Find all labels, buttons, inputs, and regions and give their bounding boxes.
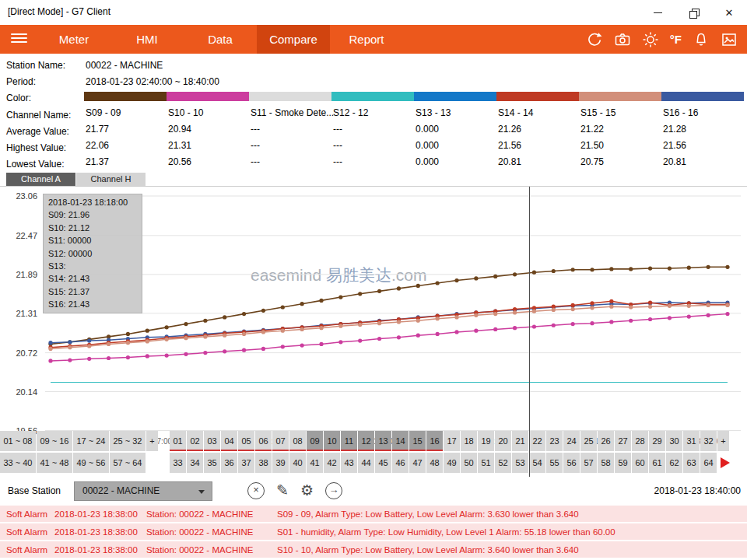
channel-number-button[interactable]: 10 <box>324 431 340 451</box>
channel-number-button[interactable]: 46 <box>392 453 409 473</box>
channel-number-button[interactable]: 54 <box>529 453 545 473</box>
channel-number-button[interactable]: 39 <box>272 453 289 473</box>
fahrenheit-icon[interactable]: °F <box>670 33 682 46</box>
edit-icon[interactable]: ✎ <box>276 482 289 499</box>
channel-number-button[interactable]: 32 <box>700 431 717 451</box>
channel-number-button[interactable]: 06 <box>255 431 272 451</box>
channel-number-button[interactable]: 35 <box>204 453 220 473</box>
base-station-dropdown[interactable]: 00022 - MACHINE <box>74 481 212 501</box>
channel-number-button[interactable]: 64 <box>700 453 717 473</box>
channel-number-button[interactable]: 20 <box>495 431 511 451</box>
settings-icon[interactable]: ⚙ <box>300 482 314 499</box>
channel-number-button[interactable]: 07 <box>272 431 289 451</box>
channel-number-button[interactable]: 53 <box>512 453 528 473</box>
channel-number-button[interactable]: 19 <box>478 431 494 451</box>
tab-channel-a[interactable]: Channel A <box>6 173 75 186</box>
add-button[interactable]: + <box>146 431 158 451</box>
menu-icon[interactable] <box>0 25 37 54</box>
alarm-row[interactable]: Soft Alarm2018-01-23 18:38:00Station: 00… <box>0 523 747 540</box>
nav-tab-report[interactable]: Report <box>330 25 403 54</box>
nav-tab-meter[interactable]: Meter <box>37 25 110 54</box>
channel-number-button[interactable]: 13 <box>375 431 391 451</box>
channel-number-button[interactable]: 58 <box>598 453 614 473</box>
channel-number-button[interactable]: 22 <box>529 431 545 451</box>
channel-number-button[interactable]: 37 <box>238 453 254 473</box>
channel-number-button[interactable]: 31 <box>683 431 700 451</box>
channel-number-button[interactable]: 30 <box>666 431 682 451</box>
sync-icon[interactable] <box>586 31 603 48</box>
next-page-arrow[interactable] <box>721 457 730 468</box>
channel-range-button[interactable]: 09 ~ 16 <box>37 431 72 451</box>
channel-number-button[interactable]: 36 <box>221 453 237 473</box>
channel-number-button[interactable]: 08 <box>289 431 306 451</box>
channel-number-button[interactable]: 40 <box>289 453 306 473</box>
channel-number-button[interactable]: 02 <box>187 431 203 451</box>
channel-range-button[interactable]: 41 ~ 48 <box>37 453 72 473</box>
channel-number-button[interactable]: 01 <box>170 431 186 451</box>
channel-number-button[interactable]: 12 <box>358 431 374 451</box>
channel-number-button[interactable]: 49 <box>444 453 460 473</box>
channel-number-button[interactable]: 47 <box>409 453 426 473</box>
channel-number-button[interactable]: 59 <box>615 453 631 473</box>
channel-number-button[interactable]: 09 <box>307 431 323 451</box>
channel-number-button[interactable]: 29 <box>649 431 665 451</box>
channel-number-button[interactable]: 63 <box>683 453 700 473</box>
channel-number-button[interactable]: 24 <box>563 431 580 451</box>
channel-number-button[interactable]: 43 <box>341 453 357 473</box>
restore-button[interactable] <box>675 0 711 25</box>
channel-number-button[interactable]: 18 <box>461 431 477 451</box>
channel-number-button[interactable]: 15 <box>409 431 426 451</box>
channel-number-button[interactable]: 42 <box>324 453 340 473</box>
brightness-icon[interactable] <box>642 31 659 48</box>
tab-channel-h[interactable]: Channel H <box>76 173 146 186</box>
go-icon[interactable]: → <box>325 482 342 499</box>
channel-number-button[interactable]: 61 <box>649 453 665 473</box>
channel-range-button[interactable]: 01 ~ 08 <box>0 431 36 451</box>
minimize-button[interactable] <box>640 0 675 25</box>
channel-number-button[interactable]: 04 <box>221 431 237 451</box>
channel-number-button[interactable]: 05 <box>238 431 254 451</box>
nav-tab-hmi[interactable]: HMI <box>110 25 184 54</box>
channel-number-button[interactable]: 28 <box>632 431 648 451</box>
channel-number-button[interactable]: 23 <box>546 431 563 451</box>
channel-number-button[interactable]: 34 <box>187 453 203 473</box>
image-icon[interactable] <box>721 31 738 48</box>
channel-range-button[interactable]: 33 ~ 40 <box>0 453 36 473</box>
channel-number-button[interactable]: 38 <box>255 453 272 473</box>
nav-tab-compare[interactable]: Compare <box>257 25 330 54</box>
channel-number-button[interactable]: 45 <box>375 453 391 473</box>
channel-number-button[interactable]: 14 <box>392 431 409 451</box>
clear-icon[interactable]: × <box>247 482 265 499</box>
close-button[interactable]: ✕ <box>711 0 747 25</box>
alarm-bell-icon[interactable] <box>693 31 710 48</box>
channel-number-button[interactable]: 03 <box>204 431 220 451</box>
channel-number-button[interactable]: 55 <box>546 453 563 473</box>
channel-number-button[interactable]: 33 <box>170 453 186 473</box>
channel-number-button[interactable]: 17 <box>444 431 460 451</box>
channel-number-button[interactable]: 50 <box>461 453 477 473</box>
channel-range-button[interactable]: 17 ~ 24 <box>73 431 109 451</box>
channel-number-button[interactable]: 11 <box>341 431 357 451</box>
channel-number-button[interactable]: 26 <box>598 431 614 451</box>
nav-tab-data[interactable]: Data <box>184 25 257 54</box>
channel-number-button[interactable]: 48 <box>426 453 443 473</box>
channel-number-button[interactable]: 51 <box>478 453 494 473</box>
add-button[interactable]: + <box>717 431 729 451</box>
channel-number-button[interactable]: 27 <box>615 431 631 451</box>
alarm-row[interactable]: Soft Alarm2018-01-23 18:38:00Station: 00… <box>0 541 747 558</box>
channel-number-button[interactable]: 57 <box>580 453 597 473</box>
alarm-row[interactable]: Soft Alarm2018-01-23 18:38:00Station: 00… <box>0 506 747 522</box>
channel-number-button[interactable]: 44 <box>358 453 374 473</box>
channel-range-button[interactable]: 57 ~ 64 <box>110 453 146 473</box>
channel-number-button[interactable]: 52 <box>495 453 511 473</box>
channel-number-button[interactable]: 16 <box>426 431 443 451</box>
channel-number-button[interactable]: 62 <box>666 453 682 473</box>
channel-range-button[interactable]: 25 ~ 32 <box>110 431 146 451</box>
channel-number-button[interactable]: 41 <box>307 453 323 473</box>
channel-range-button[interactable]: 49 ~ 56 <box>73 453 109 473</box>
channel-number-button[interactable]: 21 <box>512 431 528 451</box>
channel-number-button[interactable]: 56 <box>563 453 580 473</box>
channel-number-button[interactable]: 60 <box>632 453 648 473</box>
channel-number-button[interactable]: 25 <box>580 431 597 451</box>
camera-icon[interactable] <box>614 31 631 48</box>
